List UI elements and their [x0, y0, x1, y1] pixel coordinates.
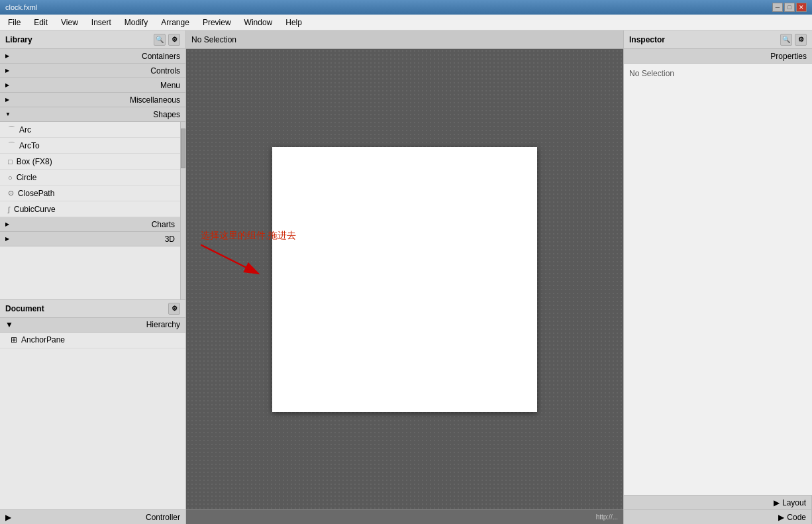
menu-bar: File Edit View Insert Modify Arrange Pre…: [0, 15, 812, 30]
controller-bar: ▶ Controller: [0, 509, 185, 524]
left-panel: Library 🔍 ⚙ ▶ Containers ▶ Controls ▶ Me…: [0, 30, 186, 524]
containers-arrow: ▶: [5, 53, 9, 59]
menu-arrange[interactable]: Arrange: [156, 17, 195, 28]
no-selection-label: No Selection: [191, 35, 236, 44]
status-url: http://...: [596, 513, 618, 521]
document-header: Document ⚙: [0, 299, 185, 318]
circle-label: Circle: [17, 173, 37, 182]
shape-arc[interactable]: ⌒ Arc: [0, 122, 180, 138]
library-header-icons: 🔍 ⚙: [154, 34, 180, 46]
inspector-content: No Selection: [624, 64, 812, 495]
white-canvas[interactable]: [272, 147, 537, 412]
shapes-arrow: ▼: [5, 111, 11, 117]
maximize-button[interactable]: □: [784, 3, 795, 12]
controls-label: Controls: [12, 66, 180, 76]
minimize-button[interactable]: ─: [772, 3, 783, 12]
menu-help[interactable]: Help: [280, 17, 307, 28]
arcto-label: ArcTo: [19, 141, 40, 150]
inspector-title: Inspector: [629, 35, 665, 44]
menu-file[interactable]: File: [3, 17, 26, 28]
shape-cubiccurve[interactable]: ∫ CubicCurve: [0, 201, 180, 217]
layout-tab-arrow: ▶: [774, 498, 780, 507]
menu-window[interactable]: Window: [239, 17, 278, 28]
box-label: Box (FX8): [17, 157, 52, 166]
shapes-label: Shapes: [13, 110, 180, 119]
menu-view[interactable]: View: [56, 17, 83, 28]
inspector-header-icons: 🔍 ⚙: [780, 34, 807, 46]
anchorpane-label: AnchorPane: [21, 335, 65, 344]
shape-closepath[interactable]: ⊙ ClosePath: [0, 185, 180, 201]
inspector-header: Inspector 🔍 ⚙: [624, 30, 812, 49]
library-header: Library 🔍 ⚙: [0, 30, 185, 49]
3d-label: 3D: [12, 235, 175, 244]
closepath-icon: ⊙: [8, 189, 14, 197]
charts-label: Charts: [12, 220, 175, 229]
category-controls[interactable]: ▶ Controls: [0, 64, 185, 78]
cubiccurve-label: CubicCurve: [14, 205, 56, 214]
category-charts[interactable]: ▶ Charts: [0, 217, 180, 232]
inspector-search-icon[interactable]: 🔍: [780, 34, 792, 46]
layout-tab[interactable]: ▶ Layout: [624, 495, 812, 509]
close-button[interactable]: ✕: [796, 3, 807, 12]
box-icon: □: [8, 158, 13, 166]
shapes-scroll-area: ⌒ Arc ⌒ ArcTo □ Box (FX8) ○ Circle ⊙: [0, 122, 185, 299]
document-title: Document: [5, 304, 44, 313]
canvas-area[interactable]: 选择这里的组件,拖进去: [186, 49, 623, 509]
hierarchy-anchorpane[interactable]: ⊞ AnchorPane: [0, 333, 185, 348]
title-bar: clock.fxml ─ □ ✕: [0, 0, 812, 15]
menu-insert[interactable]: Insert: [86, 17, 117, 28]
shapes-scrollbar[interactable]: [180, 122, 185, 299]
arc-label: Arc: [19, 125, 31, 134]
inspector-no-selection: No Selection: [629, 69, 674, 78]
menu-modify[interactable]: Modify: [119, 17, 153, 28]
cubiccurve-icon: ∫: [8, 205, 10, 213]
hierarchy-header: ▼ Hierarchy: [0, 318, 185, 333]
code-tab[interactable]: ▶ Code: [624, 509, 812, 524]
controls-arrow: ▶: [5, 68, 9, 74]
main-layout: Library 🔍 ⚙ ▶ Containers ▶ Controls ▶ Me…: [0, 30, 812, 524]
library-settings-icon[interactable]: ⚙: [168, 34, 180, 46]
category-3d[interactable]: ▶ 3D: [0, 232, 180, 246]
code-tab-arrow: ▶: [778, 513, 784, 522]
shape-arcto[interactable]: ⌒ ArcTo: [0, 138, 180, 154]
properties-bar: Properties: [624, 49, 812, 64]
arcto-icon: ⌒: [8, 140, 15, 150]
controller-arrow: ▶: [5, 513, 11, 522]
menu-category-label: Menu: [12, 81, 180, 90]
title-text: clock.fxml: [5, 3, 37, 11]
canvas-header: No Selection: [186, 30, 623, 49]
library-search-icon[interactable]: 🔍: [154, 34, 166, 46]
menu-preview[interactable]: Preview: [197, 17, 236, 28]
hierarchy-arrow: ▼: [5, 320, 13, 329]
category-menu[interactable]: ▶ Menu: [0, 78, 185, 93]
shape-box[interactable]: □ Box (FX8): [0, 154, 180, 170]
hierarchy-items: ⊞ AnchorPane: [0, 333, 185, 510]
misc-arrow: ▶: [5, 97, 9, 103]
title-controls: ─ □ ✕: [772, 3, 807, 12]
category-shapes[interactable]: ▼ Shapes: [0, 107, 185, 122]
closepath-label: ClosePath: [18, 189, 54, 198]
3d-arrow: ▶: [5, 236, 9, 242]
menu-edit[interactable]: Edit: [28, 17, 53, 28]
shape-circle[interactable]: ○ Circle: [0, 170, 180, 185]
controller-label: Controller: [146, 513, 180, 522]
inspector-settings-icon[interactable]: ⚙: [795, 34, 807, 46]
menu-arrow: ▶: [5, 82, 9, 88]
inspector-bottom-tabs: ▶ Layout: [624, 495, 812, 509]
misc-label: Miscellaneous: [12, 95, 180, 105]
properties-label: Properties: [770, 52, 807, 61]
category-containers[interactable]: ▶ Containers: [0, 49, 185, 64]
right-panel: Inspector 🔍 ⚙ Properties No Selection ▶ …: [623, 30, 812, 524]
hierarchy-label: Hierarchy: [146, 320, 180, 329]
charts-arrow: ▶: [5, 221, 9, 227]
library-title: Library: [5, 35, 32, 44]
shapes-list: ⌒ Arc ⌒ ArcTo □ Box (FX8) ○ Circle ⊙: [0, 122, 180, 299]
category-misc[interactable]: ▶ Miscellaneous: [0, 93, 185, 107]
document-settings-icon[interactable]: ⚙: [168, 303, 180, 315]
arc-icon: ⌒: [8, 125, 15, 134]
scrollbar-thumb[interactable]: [181, 129, 185, 168]
containers-label: Containers: [12, 52, 180, 61]
circle-icon: ○: [8, 174, 13, 182]
status-bar: http://...: [186, 509, 623, 524]
center-panel: No Selection 选择这里的组件,拖进去 http://...: [186, 30, 623, 524]
